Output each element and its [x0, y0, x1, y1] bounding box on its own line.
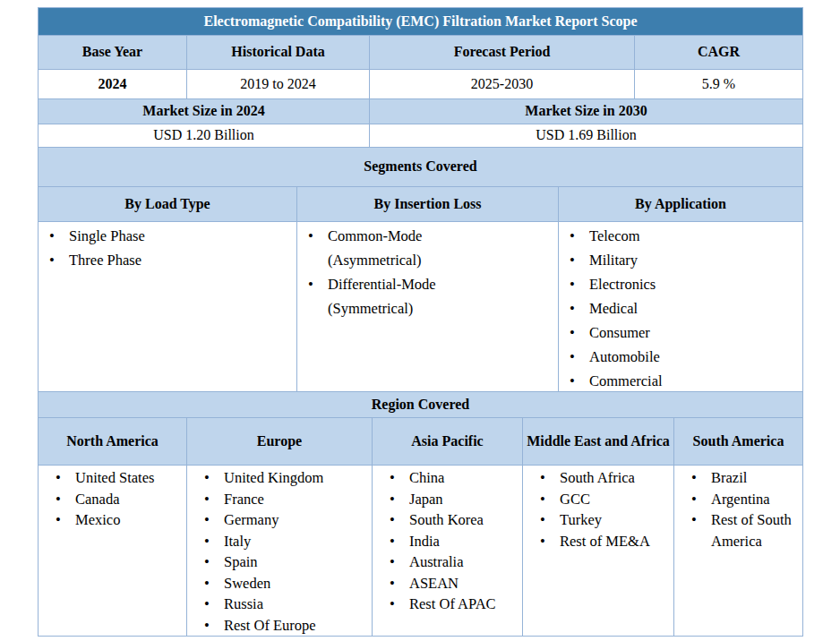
- bullet-icon: •: [538, 509, 560, 531]
- overview-value-row: 2024 2019 to 2024 2025-2030 5.9 %: [39, 70, 802, 99]
- list-item-text: Italy: [224, 531, 251, 552]
- list-item-text: Brazil: [711, 467, 747, 489]
- bullet-icon: •: [568, 272, 589, 296]
- list-item-text: Rest Of APAC: [409, 594, 496, 615]
- load-type-list-cell: •Single Phase•Three Phase: [39, 222, 297, 391]
- north-america-header: North America: [39, 418, 187, 465]
- list-item-text: United States: [75, 467, 154, 489]
- list-item: •United Kingdom: [187, 467, 372, 489]
- market-size-2024-header: Market Size in 2024: [39, 99, 370, 124]
- list-item: •Spain: [187, 551, 372, 573]
- list-item-text: Medical: [589, 296, 638, 320]
- forecast-period-header: Forecast Period: [370, 36, 635, 69]
- cagr-value: 5.9 %: [635, 70, 802, 98]
- base-year-value: 2024: [39, 70, 187, 98]
- list-item: •Russia: [187, 594, 372, 615]
- europe-list-cell: •United Kingdom•France•Germany•Italy•Spa…: [187, 466, 373, 636]
- by-load-type-header: By Load Type: [39, 187, 297, 221]
- bullet-icon: •: [690, 489, 711, 510]
- regions-section-row: Region Covered: [39, 392, 802, 418]
- list-item: •China: [373, 467, 522, 489]
- regions-header-row: North America Europe Asia Pacific Middle…: [39, 418, 802, 466]
- south-america-list: •Brazil•Argentina•Rest of South America: [674, 467, 802, 551]
- bullet-icon: •: [568, 296, 589, 320]
- list-item: •ASEAN: [373, 573, 522, 594]
- regions-section-title: Region Covered: [39, 392, 802, 417]
- north-america-list: •United States•Canada•Mexico: [39, 467, 186, 531]
- list-item: •Automobile: [559, 345, 802, 369]
- segments-list-row: •Single Phase•Three Phase •Common-Mode (…: [39, 222, 802, 392]
- segments-header-row: By Load Type By Insertion Loss By Applic…: [39, 187, 802, 222]
- list-item: •Rest Of APAC: [373, 594, 522, 615]
- list-item: •Medical: [559, 296, 802, 320]
- list-item: •Differential-Mode (Symmetrical): [297, 272, 558, 320]
- list-item: •Commercial: [559, 369, 802, 393]
- insertion-loss-list-cell: •Common-Mode (Asymmetrical)•Differential…: [297, 222, 559, 391]
- middle-east-africa-header: Middle East and Africa: [523, 418, 674, 465]
- list-item: •Military: [559, 248, 802, 272]
- list-item: •South Korea: [373, 509, 522, 531]
- bullet-icon: •: [568, 320, 589, 345]
- list-item-text: Electronics: [589, 272, 656, 296]
- bullet-icon: •: [388, 531, 409, 552]
- list-item-text: Japan: [409, 489, 443, 510]
- market-size-header-row: Market Size in 2024 Market Size in 2030: [39, 99, 802, 124]
- report-scope-table: Electromagnetic Compatibility (EMC) Filt…: [38, 7, 803, 637]
- bullet-icon: •: [538, 489, 560, 510]
- list-item-text: South Korea: [409, 509, 484, 531]
- list-item: •GCC: [523, 489, 673, 510]
- insertion-loss-list: •Common-Mode (Asymmetrical)•Differential…: [297, 224, 558, 320]
- bullet-icon: •: [202, 594, 224, 615]
- list-item-text: Telecom: [589, 224, 640, 248]
- market-size-2030-header: Market Size in 2030: [370, 99, 802, 124]
- bullet-icon: •: [388, 489, 409, 510]
- list-item-text: Commercial: [589, 369, 663, 393]
- list-item-text: Rest of ME&A: [560, 531, 650, 552]
- europe-header: Europe: [187, 418, 373, 465]
- bullet-icon: •: [306, 224, 328, 248]
- south-america-list-cell: •Brazil•Argentina•Rest of South America: [674, 466, 802, 636]
- bullet-icon: •: [54, 467, 75, 489]
- page-title: Electromagnetic Compatibility (EMC) Filt…: [39, 8, 802, 35]
- bullet-icon: •: [202, 467, 224, 489]
- list-item-text: Argentina: [711, 489, 770, 510]
- bullet-icon: •: [538, 467, 560, 489]
- historical-data-value: 2019 to 2024: [187, 70, 370, 98]
- list-item-text: India: [409, 531, 440, 552]
- middle-east-africa-list-cell: •South Africa•GCC•Turkey•Rest of ME&A: [523, 466, 674, 636]
- forecast-period-value: 2025-2030: [370, 70, 635, 98]
- title-row: Electromagnetic Compatibility (EMC) Filt…: [39, 8, 802, 36]
- list-item-text: Russia: [224, 594, 263, 615]
- north-america-list-cell: •United States•Canada•Mexico: [39, 466, 187, 636]
- by-insertion-loss-header: By Insertion Loss: [297, 187, 559, 221]
- bullet-icon: •: [388, 594, 409, 615]
- list-item: •Sweden: [187, 573, 372, 594]
- list-item: •France: [187, 489, 372, 510]
- list-item: •India: [373, 531, 522, 552]
- bullet-icon: •: [568, 224, 589, 248]
- bullet-icon: •: [202, 489, 224, 510]
- asia-pacific-list: •China•Japan•South Korea•India•Australia…: [373, 467, 522, 615]
- list-item-text: Military: [589, 248, 638, 272]
- list-item: •Australia: [373, 551, 522, 573]
- bullet-icon: •: [54, 509, 75, 531]
- list-item-text: ASEAN: [409, 573, 459, 594]
- load-type-list: •Single Phase•Three Phase: [39, 224, 296, 272]
- middle-east-africa-list: •South Africa•GCC•Turkey•Rest of ME&A: [523, 467, 673, 551]
- application-list: •Telecom•Military•Electronics•Medical•Co…: [559, 224, 802, 393]
- list-item-text: South Africa: [560, 467, 635, 489]
- list-item: •Germany: [187, 509, 372, 531]
- list-item-text: Consumer: [589, 320, 650, 345]
- list-item-text: United Kingdom: [224, 467, 323, 489]
- list-item: •Rest Of Europe: [187, 615, 372, 637]
- bullet-icon: •: [202, 615, 224, 637]
- list-item-text: Turkey: [560, 509, 602, 531]
- historical-data-header: Historical Data: [187, 36, 370, 69]
- by-application-header: By Application: [559, 187, 802, 221]
- list-item: •Canada: [39, 489, 186, 510]
- list-item-text: Spain: [224, 551, 258, 573]
- segments-section-row: Segments Covered: [39, 148, 802, 187]
- list-item: •Telecom: [559, 224, 802, 248]
- bullet-icon: •: [388, 573, 409, 594]
- bullet-icon: •: [568, 345, 589, 369]
